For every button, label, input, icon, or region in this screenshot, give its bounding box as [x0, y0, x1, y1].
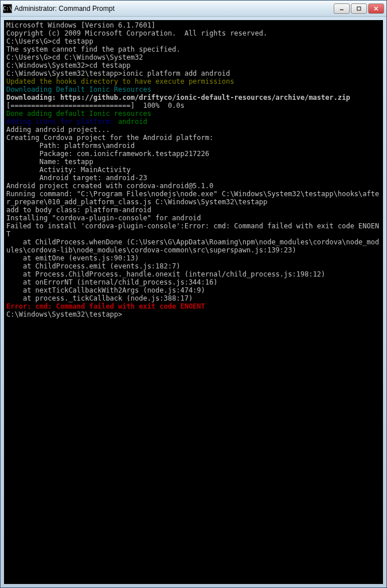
- window-controls: [334, 3, 384, 14]
- terminal-line: Name: testapp: [6, 158, 381, 166]
- terminal-line: at ChildProcess.whenDone (C:\Users\G\App…: [6, 238, 381, 254]
- terminal-line: C:\Users\G>cd testapp: [6, 37, 381, 45]
- terminal-line: C:\Users\G>cd C:\Windows\System32: [6, 53, 381, 61]
- terminal-line: Android project created with cordova-and…: [6, 182, 381, 190]
- minimize-button[interactable]: [334, 3, 350, 14]
- terminal-line: Downloading Default Ionic Resources: [6, 85, 381, 94]
- terminal-line: Activity: MainActivity: [6, 166, 381, 174]
- terminal-line: Updated the hooks directory to have exec…: [6, 77, 381, 85]
- terminal-line: Copyright (c) 2009 Microsoft Corporation…: [6, 29, 381, 37]
- terminal-line: C:\Windows\System32\testapp>: [6, 310, 381, 318]
- terminal-line: Path: platforms\android: [6, 142, 381, 150]
- terminal-line: Adding android project...: [6, 126, 381, 134]
- terminal-line: add to body class: platform-android: [6, 206, 381, 214]
- terminal-line: Adding icons for platform: android: [6, 118, 381, 126]
- terminal-line: at onErrorNT (internal/child_process.js:…: [6, 278, 381, 286]
- terminal-line: Package: com.ionicframework.testapp21722…: [6, 150, 381, 158]
- terminal-line: Installing "cordova-plugin-console" for …: [6, 214, 381, 222]
- terminal-line: C:\Windows\System32\testapp>ionic platfo…: [6, 69, 381, 77]
- terminal-frame: Microsoft Windows [Version 6.1.7601]Copy…: [1, 17, 386, 587]
- cmd-window: C:\ Administrator: Command Prompt Micros…: [0, 0, 387, 588]
- terminal-line: [=============================] 100% 0.0…: [6, 102, 381, 110]
- close-button[interactable]: [368, 3, 384, 14]
- terminal-line: at Process.ChildProcess._handle.onexit (…: [6, 270, 381, 278]
- titlebar[interactable]: C:\ Administrator: Command Prompt: [1, 1, 386, 17]
- terminal-line: Android target: android-23: [6, 174, 381, 182]
- terminal-line: at nextTickCallbackWith2Args (node.js:47…: [6, 286, 381, 294]
- terminal-line: at emitOne (events.js:90:13): [6, 254, 381, 262]
- maximize-button[interactable]: [351, 3, 367, 14]
- terminal-line: Creating Cordova project for the Android…: [6, 134, 381, 142]
- terminal-line: Error: cmd: Command failed with exit cod…: [6, 302, 381, 310]
- terminal-line: at ChildProcess.emit (events.js:182:7): [6, 262, 381, 270]
- terminal-line: Failed to install 'cordova-plugin-consol…: [6, 222, 381, 238]
- svg-rect-1: [357, 7, 361, 10]
- window-title: Administrator: Command Prompt: [14, 5, 334, 13]
- app-icon: C:\: [3, 4, 12, 13]
- terminal-output[interactable]: Microsoft Windows [Version 6.1.7601]Copy…: [4, 20, 383, 584]
- terminal-line: Running command: "C:\Program Files\nodej…: [6, 190, 381, 206]
- terminal-line: The system cannot find the path specifie…: [6, 45, 381, 53]
- terminal-line: Done adding default Ionic resources: [6, 110, 381, 118]
- terminal-line: C:\Windows\System32>cd testapp: [6, 61, 381, 69]
- terminal-line: Downloading: https://github.com/driftyco…: [6, 94, 381, 102]
- terminal-line: at process._tickCallback (node.js:388:17…: [6, 294, 381, 302]
- terminal-line: Microsoft Windows [Version 6.1.7601]: [6, 21, 381, 29]
